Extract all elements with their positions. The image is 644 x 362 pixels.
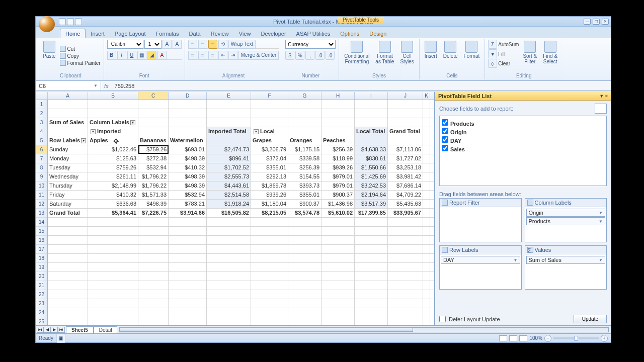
tab-data[interactable]: Data xyxy=(184,29,205,38)
cell-F6[interactable]: $3,206.79 xyxy=(251,145,288,154)
format-as-table-button[interactable]: Format as Table xyxy=(373,40,396,72)
qat-redo-icon[interactable] xyxy=(75,18,82,25)
tab-page-layout[interactable]: Page Layout xyxy=(110,29,151,38)
clear-button[interactable]: ◇Clear xyxy=(488,59,519,68)
collapse-icon[interactable]: − xyxy=(254,129,259,134)
close-button[interactable]: × xyxy=(602,19,609,25)
row-header-2[interactable]: 2 xyxy=(36,109,47,118)
font-name-select[interactable]: Calibri xyxy=(107,40,143,49)
cell-J1[interactable] xyxy=(388,100,423,109)
cell-B24[interactable] xyxy=(88,308,138,317)
cell-B11[interactable]: $410.32 xyxy=(88,191,138,199)
cell-J11[interactable]: $4,709.22 xyxy=(388,191,423,199)
cell-E25[interactable] xyxy=(207,317,251,326)
cell-G16[interactable] xyxy=(288,236,321,244)
sheet-tab-sheet5[interactable]: Sheet5 xyxy=(66,326,94,333)
cell-F2[interactable] xyxy=(251,109,288,118)
column-header-B[interactable]: B xyxy=(88,92,138,100)
cell-J20[interactable] xyxy=(388,272,423,281)
cell-G11[interactable]: $355.01 xyxy=(288,191,321,199)
cell-B18[interactable] xyxy=(88,254,138,262)
cell-K5[interactable] xyxy=(423,136,430,145)
fill-button[interactable]: ▼Fill xyxy=(488,49,519,58)
cell-K12[interactable] xyxy=(423,200,430,208)
cell-E17[interactable] xyxy=(207,245,251,253)
tab-options[interactable]: Options xyxy=(335,29,364,38)
cell-E12[interactable]: $1,918.24 xyxy=(207,200,251,208)
cell-I7[interactable]: $830.61 xyxy=(355,154,388,163)
cell-H20[interactable] xyxy=(321,272,355,281)
cell-K18[interactable] xyxy=(423,254,430,262)
cell-G15[interactable] xyxy=(288,227,321,235)
cell-K19[interactable] xyxy=(423,263,430,272)
filter-dropdown-icon[interactable]: ▼ xyxy=(81,138,86,143)
area-item-dropdown-icon[interactable]: ▼ xyxy=(599,258,603,262)
cell-J15[interactable] xyxy=(388,227,423,235)
cell-C6[interactable]: $759.26 xyxy=(138,145,169,154)
cell-H7[interactable]: $118.99 xyxy=(321,154,355,163)
cell-G2[interactable] xyxy=(288,109,321,118)
cell-C22[interactable] xyxy=(138,290,169,299)
cell-G10[interactable]: $393.73 xyxy=(288,182,321,190)
cell-A5[interactable]: Row Labels▼ xyxy=(48,136,88,145)
cell-J25[interactable] xyxy=(388,317,423,326)
cell-I21[interactable] xyxy=(355,281,388,290)
row-header-4[interactable]: 4 xyxy=(36,127,47,136)
cell-B22[interactable] xyxy=(88,290,138,299)
insert-cells-button[interactable]: Insert xyxy=(423,40,439,72)
cell-E11[interactable]: $2,514.58 xyxy=(207,191,251,199)
cell-F25[interactable] xyxy=(251,317,288,326)
tab-review[interactable]: Review xyxy=(206,29,234,38)
row-header-12[interactable]: 12 xyxy=(36,200,47,209)
cell-I12[interactable]: $3,517.39 xyxy=(355,200,388,208)
cell-D8[interactable]: $410.32 xyxy=(169,163,207,172)
cell-I10[interactable]: $3,242.53 xyxy=(355,182,388,190)
cell-styles-button[interactable]: Cell Styles xyxy=(398,40,416,72)
cell-E16[interactable] xyxy=(207,236,251,244)
grow-font-button[interactable]: A xyxy=(163,40,172,49)
cell-D24[interactable] xyxy=(169,308,207,317)
cell-D5[interactable]: Watermellon xyxy=(169,136,207,145)
cell-C14[interactable] xyxy=(138,218,169,226)
cell-F24[interactable] xyxy=(251,308,288,317)
cell-A15[interactable] xyxy=(48,227,88,235)
paste-button[interactable]: Paste xyxy=(41,40,58,72)
row-header-24[interactable]: 24 xyxy=(36,308,47,317)
cell-A17[interactable] xyxy=(48,245,88,253)
cell-H15[interactable] xyxy=(321,227,355,235)
cell-G23[interactable] xyxy=(288,299,321,308)
cell-D17[interactable] xyxy=(169,245,207,253)
cell-A4[interactable] xyxy=(48,127,88,136)
increase-decimal-button[interactable]: .0 xyxy=(315,51,325,60)
row-header-18[interactable]: 18 xyxy=(36,254,47,263)
cell-I22[interactable] xyxy=(355,290,388,299)
align-right-button[interactable]: ≡ xyxy=(208,51,217,60)
cell-G22[interactable] xyxy=(288,290,321,299)
cell-K4[interactable] xyxy=(423,127,430,136)
cell-A9[interactable]: Wednesday xyxy=(48,172,88,181)
bold-button[interactable]: B xyxy=(107,51,116,60)
minimize-button[interactable]: – xyxy=(584,19,591,25)
cell-E6[interactable]: $2,474.73 xyxy=(207,145,251,154)
cell-C12[interactable]: $498.39 xyxy=(138,200,169,208)
row-header-6[interactable]: 6 xyxy=(36,145,47,154)
cell-A20[interactable] xyxy=(48,272,88,281)
column-header-C[interactable]: C xyxy=(138,92,169,100)
cell-K24[interactable] xyxy=(423,308,430,317)
row-header-14[interactable]: 14 xyxy=(36,218,47,227)
cell-D3[interactable] xyxy=(169,118,207,127)
cell-F12[interactable]: $1,180.04 xyxy=(251,200,288,208)
cell-A22[interactable] xyxy=(48,290,88,299)
field-list-layout-button[interactable] xyxy=(595,104,607,114)
cell-B6[interactable]: $1,022.46 xyxy=(88,145,138,154)
cell-F9[interactable]: $292.13 xyxy=(251,172,288,181)
cell-E20[interactable] xyxy=(207,272,251,281)
cell-E7[interactable]: $896.41 xyxy=(207,154,251,163)
cell-I13[interactable]: $17,399.85 xyxy=(355,209,388,217)
border-button[interactable]: ▦ xyxy=(137,51,146,60)
cell-A14[interactable] xyxy=(48,218,88,226)
cell-F7[interactable]: $372.04 xyxy=(251,154,288,163)
cell-G7[interactable]: $339.58 xyxy=(288,154,321,163)
conditional-formatting-button[interactable]: Conditional Formatting xyxy=(342,40,371,72)
cell-G3[interactable] xyxy=(288,118,321,127)
